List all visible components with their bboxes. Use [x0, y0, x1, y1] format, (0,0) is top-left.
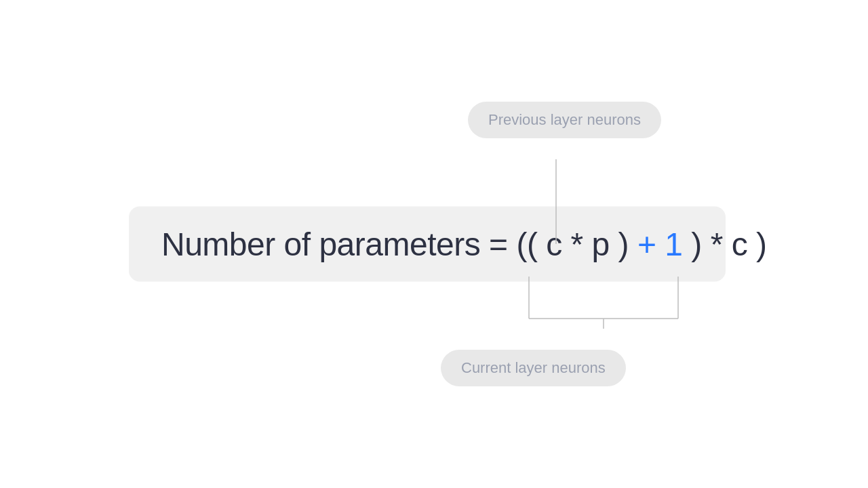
formula-text: Number of parameters = (( c * p ) + 1 ) … — [161, 226, 766, 263]
current-layer-annotation: Current layer neurons — [441, 350, 626, 386]
previous-layer-annotation: Previous layer neurons — [468, 102, 661, 138]
main-scene: Number of parameters = (( c * p ) + 1 ) … — [129, 102, 739, 386]
formula-suffix: ) * c ) — [682, 226, 766, 262]
current-layer-pill: Current layer neurons — [441, 350, 626, 386]
current-layer-label: Current layer neurons — [461, 359, 606, 376]
formula-box: Number of parameters = (( c * p ) + 1 ) … — [129, 207, 726, 282]
previous-layer-label: Previous layer neurons — [488, 111, 641, 128]
previous-layer-pill: Previous layer neurons — [468, 102, 661, 138]
formula-prefix: Number of parameters = (( c * p ) — [161, 226, 637, 262]
formula-blue: + 1 — [637, 226, 683, 262]
